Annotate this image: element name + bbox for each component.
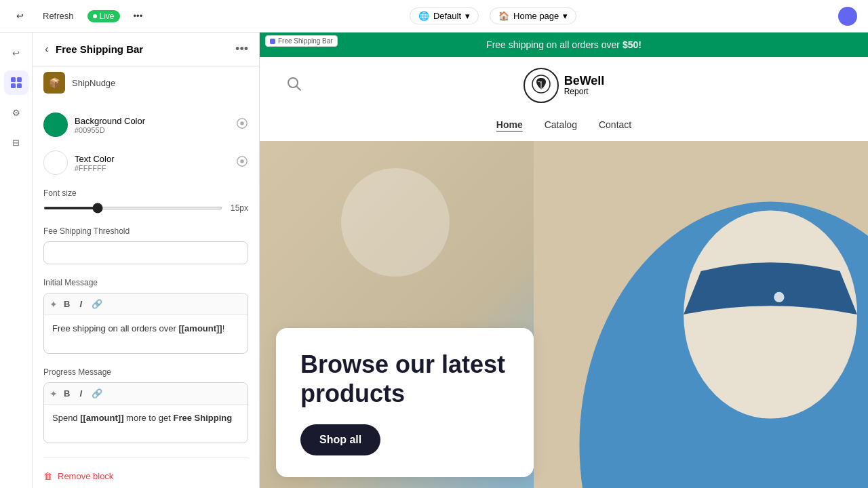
sidebar-item-blocks[interactable] [4, 70, 28, 95]
free-shipping-amount: $50! [623, 39, 642, 50]
logo-svg [532, 75, 551, 94]
hero-content-card: Browse our latest products Shop all [276, 328, 534, 477]
text-color-row: Text Color #FFFFFF [43, 150, 248, 175]
background-color-swatch[interactable] [43, 113, 68, 137]
panel-back-button[interactable]: ‹ [43, 41, 50, 58]
text-color-hex: #FFFFFF [75, 164, 115, 172]
font-size-value: 15px [229, 203, 248, 213]
back-icon: ↩ [16, 11, 24, 21]
panel-more-button[interactable]: ••• [235, 42, 248, 56]
trash-icon: 🗑 [43, 471, 52, 481]
more-icon: ••• [134, 11, 143, 21]
sparkle-icon-2: ✦ [50, 388, 58, 399]
shop-all-button[interactable]: Shop all [300, 424, 380, 455]
store-header: BeWell Report [260, 57, 868, 114]
progress-message-editor: ✦ B I 🔗 Spend [[amount]] more to get Fre… [43, 382, 248, 443]
background-color-action[interactable] [236, 117, 248, 132]
svg-rect-0 [11, 77, 16, 82]
progress-message-toolbar: ✦ B I 🔗 [44, 383, 248, 405]
apps-icon: ⊟ [12, 138, 20, 148]
toolbar-right [838, 7, 857, 26]
italic-button-progress[interactable]: I [76, 387, 85, 400]
nav-contact[interactable]: Contact [599, 119, 631, 130]
nav-catalog[interactable]: Catalog [545, 119, 577, 130]
search-icon[interactable] [287, 77, 302, 95]
chevron-left-icon: ‹ [45, 42, 49, 56]
fee-threshold-section: Fee Shipping Threshold 50 [43, 226, 248, 264]
bold-button-progress[interactable]: B [60, 387, 73, 400]
font-size-row: 15px [43, 203, 248, 213]
initial-message-section: Initial Message ✦ B I 🔗 Free shipping on… [43, 278, 248, 354]
more-button[interactable]: ••• [128, 8, 149, 24]
search-svg [287, 77, 302, 92]
hero-section: Browse our latest products Shop all [260, 141, 868, 488]
svg-point-14 [684, 210, 857, 418]
fee-threshold-input[interactable]: 50 [43, 241, 248, 264]
panel-content: Background Color #00955D [33, 102, 259, 488]
live-badge: Live [87, 10, 120, 22]
homepage-selector[interactable]: 🏠 Home page ▾ [490, 7, 576, 24]
text-color-action[interactable] [236, 155, 248, 170]
fee-threshold-label: Fee Shipping Threshold [43, 226, 248, 236]
background-color-section: Background Color #00955D [43, 113, 248, 137]
logo-text: BeWell Report [564, 75, 605, 97]
chevron-down-icon: ▾ [465, 11, 470, 21]
home-icon: 🏠 [498, 11, 509, 21]
divider [43, 457, 248, 458]
logo-leaf-icon [532, 75, 551, 96]
back-nav-icon: ↩ [12, 48, 20, 58]
text-color-label: Text Color [75, 154, 115, 164]
svg-rect-1 [17, 77, 22, 82]
nav-home[interactable]: Home [496, 119, 523, 130]
sparkle-icon: ✦ [50, 299, 58, 310]
link-button-initial[interactable]: 🔗 [88, 298, 106, 310]
font-size-label: Font size [43, 188, 248, 198]
app-icon: 📦 [43, 72, 65, 94]
font-size-slider[interactable] [43, 207, 222, 209]
refresh-label: Refresh [43, 11, 74, 21]
background-color-label: Background Color [75, 116, 145, 126]
preview-frame: Free Shipping Bar Free shipping on all o… [260, 33, 868, 488]
link-button-progress[interactable]: 🔗 [88, 387, 106, 400]
hero-svg [534, 141, 868, 488]
settings-icon: ⚙ [12, 108, 20, 118]
homepage-label: Home page [513, 11, 559, 21]
default-selector[interactable]: 🌐 Default ▾ [410, 7, 479, 24]
sidebar-item-back[interactable]: ↩ [4, 41, 28, 65]
text-color-section: Text Color #FFFFFF [43, 150, 248, 175]
preview-area: Free Shipping Bar Free shipping on all o… [260, 33, 868, 488]
bold-button-initial[interactable]: B [60, 298, 73, 310]
color-picker-icon [236, 117, 248, 129]
logo-circle [524, 68, 559, 103]
chevron-down-icon: ▾ [563, 11, 568, 21]
default-label: Default [433, 11, 461, 21]
italic-button-initial[interactable]: I [76, 298, 85, 310]
free-shipping-text: Free shipping on all orders over $50! [486, 39, 642, 50]
logo-subtitle: Report [564, 87, 605, 96]
initial-message-toolbar: ✦ B I 🔗 [44, 293, 248, 315]
initial-message-editor: ✦ B I 🔗 Free shipping on all orders over… [43, 293, 248, 354]
text-color-swatch[interactable] [43, 150, 68, 175]
background-color-info: Background Color #00955D [43, 113, 145, 137]
toolbar-center: 🌐 Default ▾ 🏠 Home page ▾ [159, 7, 827, 24]
globe-icon: 🌐 [418, 11, 429, 21]
left-panel: ‹ Free Shipping Bar ••• 📦 ShipNudge Back… [33, 33, 260, 488]
back-button[interactable]: ↩ [11, 8, 29, 24]
progress-message-section: Progress Message ✦ B I 🔗 Spend [[amount]… [43, 367, 248, 443]
progress-message-content[interactable]: Spend [[amount]] more to get Free Shippi… [44, 405, 248, 443]
background-color-row: Background Color #00955D [43, 113, 248, 137]
panel-title: Free Shipping Bar [56, 43, 230, 55]
remove-block-button[interactable]: 🗑 Remove block [43, 466, 113, 487]
hero-illustration [534, 141, 868, 488]
progress-message-label: Progress Message [43, 367, 248, 377]
user-avatar[interactable] [838, 7, 857, 26]
font-size-section: Font size 15px [43, 188, 248, 213]
sidebar-item-apps[interactable]: ⊟ [4, 130, 28, 155]
free-shipping-bar: Free Shipping Bar Free shipping on all o… [260, 33, 868, 57]
refresh-button[interactable]: Refresh [37, 8, 79, 24]
initial-message-content[interactable]: Free shipping on all orders over [[amoun… [44, 315, 248, 353]
svg-line-9 [297, 86, 301, 90]
sidebar-item-settings[interactable]: ⚙ [4, 100, 28, 125]
ellipsis-icon: ••• [235, 42, 248, 56]
hero-title: Browse our latest products [300, 350, 509, 408]
